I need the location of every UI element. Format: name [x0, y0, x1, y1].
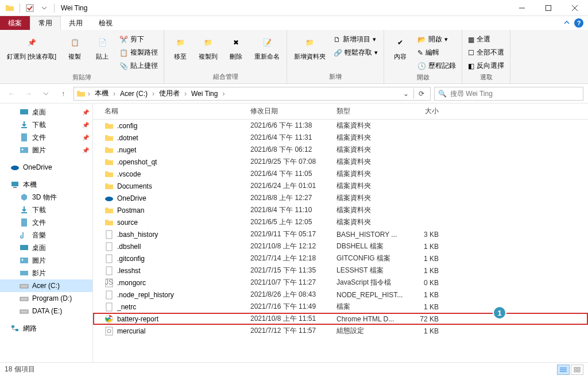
col-type[interactable]: 類型	[336, 106, 404, 116]
file-row[interactable]: Documents2021/6/24 上午 01:01檔案資料夾	[93, 180, 588, 192]
file-row[interactable]: .bash_history2021/9/11 下午 05:17BASH_HIST…	[93, 228, 588, 240]
breadcrumb[interactable]: › 本機› Acer (C:)› 使用者› Wei Ting› ⌄ ⟳	[74, 87, 431, 101]
select-none-button[interactable]: ☐全部不選	[466, 47, 506, 59]
properties-button[interactable]: ✔內容	[388, 31, 413, 60]
help-icon[interactable]: ?	[574, 18, 583, 28]
file-row[interactable]: .lesshst2021/7/15 下午 11:35LESSHST 檔案1 KB	[93, 264, 588, 277]
sidebar-pc-item[interactable]: 3D 物件	[0, 191, 92, 204]
file-row[interactable]: Postman2021/8/4 下午 11:10檔案資料夾	[93, 204, 588, 216]
group-new-label: 新增	[291, 71, 380, 82]
view-icons-button[interactable]	[571, 365, 583, 375]
sidebar-network[interactable]: 網路	[0, 322, 92, 335]
music-icon	[20, 231, 29, 240]
paste-button[interactable]: 📄貼上	[90, 31, 115, 60]
file-size: 0 KB	[404, 279, 439, 287]
cut-button[interactable]: ✂️剪下	[117, 33, 160, 45]
tab-file[interactable]: 檔案	[0, 16, 30, 30]
search-input[interactable]	[450, 90, 579, 98]
sidebar-quick-item[interactable]: 下載📌	[0, 118, 92, 131]
col-name[interactable]: 名稱	[105, 106, 250, 116]
status-bar: 18 個項目	[0, 362, 588, 376]
close-button[interactable]	[562, 0, 588, 16]
history-button[interactable]: 🕓歷程記錄	[415, 60, 458, 72]
sidebar-pc-item[interactable]: 桌面	[0, 241, 92, 254]
open-button[interactable]: 📂開啟 ▾	[415, 33, 458, 45]
svg-rect-25	[106, 255, 112, 263]
tab-share[interactable]: 共用	[61, 16, 91, 30]
file-date: 2021/8/8 上午 12:27	[250, 193, 336, 203]
sidebar-thispc[interactable]: 本機	[0, 178, 92, 191]
nav-recent-button[interactable]	[39, 87, 53, 101]
qat-dropdown-icon[interactable]	[38, 2, 51, 14]
nav-back-button[interactable]: ←	[5, 87, 18, 101]
rename-button[interactable]: 📝重新命名	[251, 31, 283, 60]
maximize-button[interactable]	[535, 0, 562, 16]
breadcrumb-item[interactable]: Acer (C:)	[118, 90, 150, 98]
selectnone-icon: ☐	[468, 49, 474, 57]
file-type: 檔案資料夾	[336, 133, 404, 143]
file-date: 2021/7/14 上午 12:18	[250, 254, 336, 263]
sidebar-pc-item[interactable]: 下載	[0, 204, 92, 216]
annotation-badge: 1	[493, 306, 506, 320]
file-row[interactable]: .nuget2021/6/8 下午 06:12檔案資料夾	[93, 144, 588, 156]
pin-to-quickaccess-button[interactable]: 📌釘選到 [快速存取]	[3, 31, 60, 60]
file-date: 2021/9/25 下午 07:08	[250, 157, 336, 167]
copy-path-button[interactable]: 📋複製路徑	[117, 47, 160, 59]
file-row[interactable]: JS.mongorc2021/10/7 下午 11:27JavaScript 指…	[93, 277, 588, 289]
file-row[interactable]: .openshot_qt2021/9/25 下午 07:08檔案資料夾	[93, 156, 588, 168]
sidebar-pc-item[interactable]: Program (D:)	[0, 292, 92, 305]
file-date: 2021/6/4 下午 11:31	[250, 133, 336, 143]
copy-button[interactable]: 📋複製	[62, 31, 87, 60]
folder-icon	[105, 206, 114, 215]
nav-up-button[interactable]: ↑	[56, 87, 70, 101]
new-item-button[interactable]: 🗋新增項目 ▾	[331, 33, 380, 45]
file-row[interactable]: .vscode2021/6/4 下午 11:05檔案資料夾	[93, 168, 588, 180]
file-row[interactable]: _netrc2021/7/16 下午 11:49檔案1 KB	[93, 301, 588, 313]
move-to-button[interactable]: 📁移至	[168, 31, 193, 60]
sidebar-pc-item[interactable]: Acer (C:)	[0, 279, 92, 292]
minimize-button[interactable]	[509, 0, 535, 16]
sidebar-pc-item[interactable]: 音樂	[0, 229, 92, 241]
file-row[interactable]: .config2021/6/6 下午 11:38檔案資料夾	[93, 120, 588, 132]
file-row[interactable]: OneDrive2021/8/8 上午 12:27檔案資料夾	[93, 192, 588, 204]
breadcrumb-item[interactable]: 使用者	[157, 89, 182, 98]
nav-forward-button[interactable]: →	[22, 87, 36, 101]
refresh-button[interactable]: ⟳	[415, 90, 428, 98]
search-box[interactable]: 🔍	[434, 87, 583, 101]
col-size[interactable]: 大小	[404, 106, 439, 116]
file-row[interactable]: .dbshell2021/10/8 上午 12:12DBSHELL 檔案1 KB	[93, 240, 588, 252]
view-details-button[interactable]	[557, 365, 570, 375]
invert-selection-button[interactable]: ◧反向選擇	[466, 60, 506, 72]
qat-checkbox-icon[interactable]	[24, 2, 36, 14]
paste-shortcut-button[interactable]: 📎貼上捷徑	[117, 60, 160, 72]
chrome-icon	[105, 314, 114, 324]
file-row[interactable]: .gitconfig2021/7/14 上午 12:18GITCONFIG 檔案…	[93, 252, 588, 264]
select-all-button[interactable]: ▦全選	[466, 33, 506, 45]
delete-button[interactable]: ✖刪除	[223, 31, 249, 60]
sidebar-pc-item[interactable]: 文件	[0, 216, 92, 229]
breadcrumb-item[interactable]: Wei Ting	[189, 90, 220, 98]
sidebar-pc-item[interactable]: 影片	[0, 267, 92, 279]
file-size: 1 KB	[404, 255, 439, 263]
copy-to-button[interactable]: 📁複製到	[195, 31, 221, 60]
file-row[interactable]: .node_repl_history2021/8/26 上午 08:43NODE…	[93, 289, 588, 301]
sidebar-pc-item[interactable]: DATA (E:)	[0, 305, 92, 317]
easy-access-button[interactable]: 🔗輕鬆存取 ▾	[331, 47, 380, 59]
breadcrumb-dropdown-icon[interactable]: ⌄	[400, 90, 412, 98]
file-row[interactable]: 1battery-report2021/10/8 上午 11:51Chrome …	[93, 313, 588, 325]
edit-button[interactable]: ✎編輯	[415, 47, 458, 59]
file-row[interactable]: source2021/6/5 上午 12:05檔案資料夾	[93, 216, 588, 228]
breadcrumb-item[interactable]: 本機	[92, 89, 111, 98]
sidebar-quick-item[interactable]: 圖片📌	[0, 144, 92, 156]
tab-home[interactable]: 常用	[30, 16, 61, 30]
file-row[interactable]: mercurial2021/7/12 下午 11:57組態設定1 KB	[93, 325, 588, 337]
sidebar-onedrive[interactable]: OneDrive	[0, 161, 92, 174]
collapse-ribbon-icon[interactable]	[564, 19, 570, 27]
tab-view[interactable]: 檢視	[91, 16, 121, 30]
sidebar-quick-item[interactable]: 桌面📌	[0, 106, 92, 118]
sidebar-pc-item[interactable]: 圖片	[0, 254, 92, 267]
new-folder-button[interactable]: 📁新增資料夾	[291, 31, 329, 60]
col-date[interactable]: 修改日期	[250, 106, 336, 116]
file-row[interactable]: .dotnet2021/6/4 下午 11:31檔案資料夾	[93, 132, 588, 144]
sidebar-quick-item[interactable]: 文件📌	[0, 131, 92, 144]
